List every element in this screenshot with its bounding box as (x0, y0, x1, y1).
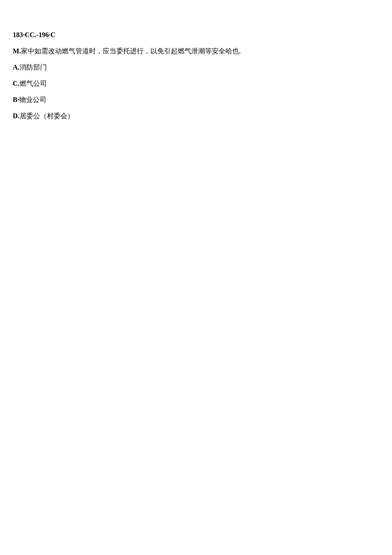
option-prefix: C. (13, 80, 20, 87)
option-prefix: B· (13, 96, 19, 103)
option-text: 燃气公司 (20, 80, 47, 87)
option-prefix: A. (13, 64, 20, 71)
option-c: C.燃气公司 (13, 78, 379, 89)
option-a: A.消防部门 (13, 62, 379, 73)
option-prefix: D. (13, 112, 20, 119)
document-content: 183·CC.-196·C M. 家中如需改动燃气管道时，应当委托进行，以免引起… (13, 30, 379, 121)
header-text: 183·CC.-196·C (13, 31, 55, 38)
question-text: 家中如需改动燃气管道时，应当委托进行，以免引起燃气泄潮等安全哈也. (21, 46, 241, 56)
question-line: M. 家中如需改动燃气管道时，应当委托进行，以免引起燃气泄潮等安全哈也. (13, 46, 379, 56)
header-line: 183·CC.-196·C (13, 30, 379, 40)
option-text: 消防部门 (20, 64, 47, 71)
option-b: B·物业公司 (13, 95, 379, 105)
option-d: D.居委公（村委会） (13, 111, 379, 121)
question-prefix: M. (13, 46, 21, 56)
option-text: 居委公（村委会） (20, 112, 74, 119)
option-text: 物业公司 (19, 96, 46, 103)
